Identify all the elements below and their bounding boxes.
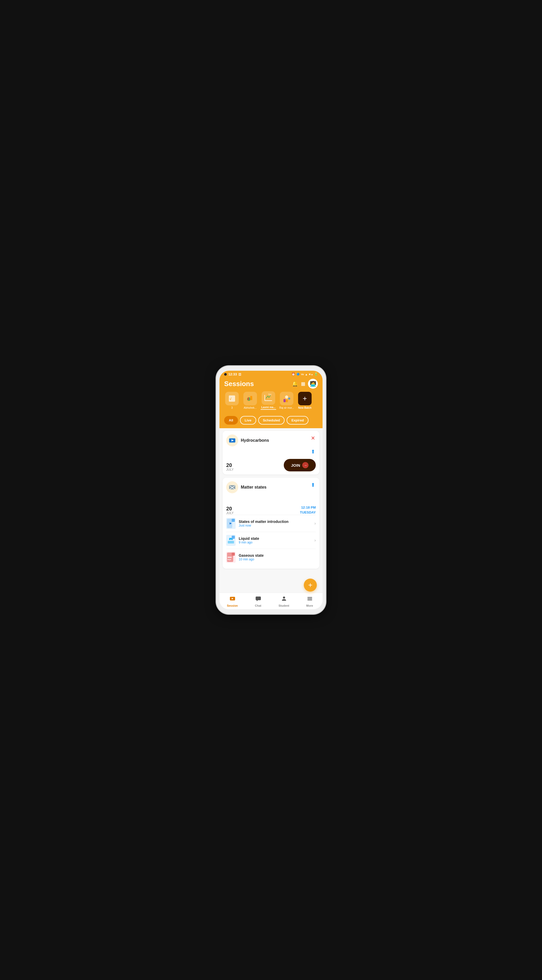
- svg-rect-20: [232, 519, 235, 522]
- resource-time-gas: 10 min ago: [239, 557, 314, 561]
- filter-all[interactable]: All: [224, 416, 238, 425]
- svg-rect-36: [308, 600, 312, 600]
- resource-title-intro: States of matter introduction: [239, 520, 314, 524]
- join-label: JOIN: [291, 463, 300, 468]
- status-bar: 12:33 🖼 ⏰ 🔷 Vo ▲ ✖▲ 🔋: [220, 371, 322, 377]
- svg-rect-9: [284, 399, 285, 402]
- svg-rect-31: [256, 597, 261, 600]
- upload-button-matter[interactable]: ⬆: [310, 481, 316, 488]
- avatar[interactable]: 🧑‍💻: [308, 379, 318, 389]
- batch-label-2: Abhishek...: [244, 406, 257, 409]
- close-icon: ✕: [311, 435, 315, 441]
- status-img-icon: 🖼: [239, 373, 241, 376]
- session-icon-matter: [226, 481, 238, 493]
- close-session-button[interactable]: ✕: [310, 434, 316, 442]
- session-nav-label: Session: [227, 604, 238, 607]
- sessions-area: Hydrocarbons ✕ ⬆: [220, 428, 322, 592]
- plus-icon-batch: +: [303, 395, 307, 403]
- batch-icon-1: √: [225, 392, 239, 405]
- svg-point-10: [288, 398, 290, 399]
- svg-rect-28: [232, 552, 235, 556]
- session-nav-icon: [230, 595, 236, 603]
- resource-icon-liquid: [226, 535, 236, 546]
- signal-icon: Vo: [301, 373, 304, 375]
- batches-row: √ 3 Abhishek...: [224, 391, 318, 411]
- resource-icon-gas: PDF: [226, 552, 236, 563]
- resource-time-intro: Just now: [239, 524, 314, 527]
- svg-point-33: [283, 597, 285, 599]
- svg-marker-32: [257, 600, 258, 601]
- svg-text:√: √: [230, 397, 232, 401]
- battery-icon: 🔋: [314, 372, 318, 376]
- svg-rect-34: [308, 597, 312, 598]
- nav-item-session[interactable]: Session: [220, 595, 245, 607]
- session-icon-hydrocarbons: [226, 434, 238, 446]
- nav-item-chat[interactable]: Chat: [245, 595, 271, 607]
- svg-rect-4: [247, 398, 249, 400]
- filter-scheduled[interactable]: Scheduled: [258, 416, 285, 425]
- upload-icon: ⬆: [311, 449, 315, 455]
- batch-item-4[interactable]: Raj sir mor...: [279, 392, 295, 409]
- fab-add-button[interactable]: +: [304, 579, 317, 592]
- camera-dot: [224, 373, 227, 375]
- session-month-hydrocarbons: JULY: [226, 468, 234, 471]
- resource-time-liquid: 9 min ago: [239, 541, 314, 544]
- svg-rect-3: [250, 396, 252, 400]
- svg-rect-35: [308, 598, 312, 599]
- upload-button-hydrocarbons[interactable]: ⬆: [310, 448, 316, 455]
- bluetooth-icon: 🔷: [296, 372, 300, 376]
- session-time-value: 12:18 PM: [300, 505, 316, 510]
- batch-label-new: New Batch: [298, 406, 311, 409]
- session-month-matter: JULY: [226, 511, 234, 515]
- batch-item-2[interactable]: Abhishek...: [242, 392, 258, 409]
- nav-item-student[interactable]: Student: [271, 595, 297, 607]
- svg-rect-22: [228, 541, 234, 544]
- more-nav-label: More: [306, 604, 313, 607]
- nav-item-more[interactable]: More: [297, 595, 322, 607]
- resource-icon-intro: [226, 518, 236, 529]
- qr-button[interactable]: ▦: [301, 381, 305, 387]
- upload-icon-matter: ⬆: [311, 482, 315, 488]
- more-nav-icon: [307, 595, 313, 603]
- batch-selected-indicator: [261, 409, 276, 410]
- batch-item-1[interactable]: √ 3: [224, 392, 240, 409]
- cellular-icon: ✖▲: [309, 373, 313, 375]
- svg-rect-11: [285, 399, 288, 402]
- svg-text:f(x): f(x): [268, 393, 271, 395]
- fab-plus-icon: +: [308, 581, 312, 589]
- filter-expired[interactable]: Expired: [287, 416, 308, 425]
- resource-row-intro[interactable]: States of matter introduction Just now ›: [226, 515, 316, 532]
- chat-nav-label: Chat: [255, 604, 261, 607]
- student-nav-icon: [281, 595, 287, 603]
- status-icons: ⏰ 🔷 Vo ▲ ✖▲ 🔋: [292, 372, 318, 376]
- batch-icon-new: +: [298, 392, 312, 405]
- resource-row-gas[interactable]: PDF Gaseous state 10 min ago ›: [226, 549, 316, 566]
- filter-live[interactable]: Live: [240, 416, 256, 425]
- session-day-value: TUESDAY: [300, 510, 316, 515]
- batch-icon-4: [280, 392, 293, 405]
- bell-icon: 🔔: [292, 380, 298, 387]
- session-date-matter: 20 JULY: [226, 506, 234, 515]
- session-card-hydrocarbons: Hydrocarbons ✕ ⬆: [223, 431, 319, 474]
- batch-label-4: Raj sir mor...: [279, 406, 294, 409]
- svg-rect-26: [228, 557, 232, 558]
- header: Sessions 🔔 ▦ 🧑‍💻: [220, 377, 322, 414]
- session-card-matter: Matter states ⬆ 20 JULY: [223, 478, 319, 568]
- chevron-right-icon-liquid: ›: [314, 538, 316, 542]
- session-title-hydrocarbons: Hydrocarbons: [241, 438, 310, 443]
- chat-nav-icon: [255, 595, 261, 603]
- join-arrow-icon: →: [302, 462, 308, 468]
- batch-item-3[interactable]: f(x) Laxmi ma...: [261, 391, 276, 410]
- bell-button[interactable]: 🔔: [292, 380, 298, 387]
- chevron-right-icon-intro: ›: [314, 521, 316, 526]
- join-button-hydrocarbons[interactable]: JOIN →: [284, 459, 316, 471]
- batch-item-new[interactable]: + New Batch: [297, 392, 312, 409]
- resource-row-liquid[interactable]: Liquid state 9 min ago ›: [226, 532, 316, 549]
- svg-point-8: [285, 395, 288, 399]
- svg-rect-23: [232, 536, 235, 539]
- wifi-icon: ▲: [305, 373, 308, 376]
- avatar-emoji: 🧑‍💻: [310, 380, 316, 387]
- batch-icon-3: f(x): [261, 391, 275, 405]
- status-time: 12:33: [228, 372, 237, 376]
- bottom-nav: Session Chat Student: [220, 593, 322, 609]
